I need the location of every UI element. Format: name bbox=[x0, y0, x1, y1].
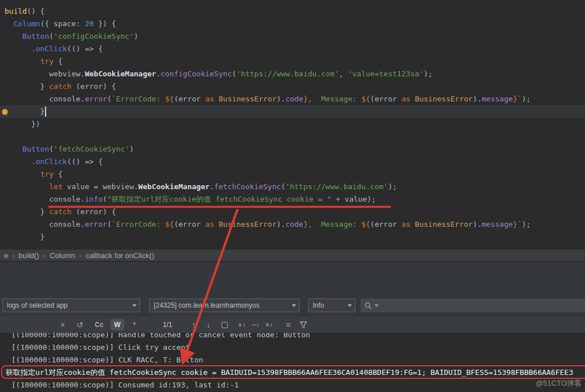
pin-filter-exclude-button[interactable]: ×1 bbox=[263, 319, 275, 330]
code-line: webview.WebCookieManager.configCookieSyn… bbox=[5, 68, 585, 80]
code-line: Button('configCookieSync') bbox=[5, 30, 585, 43]
code-line: .onClick(() => { bbox=[5, 156, 585, 168]
ide-window: build() { Column({ space: 20 }) { Button… bbox=[0, 0, 585, 392]
log-line: [(100000:100000:scope)] Click try accept bbox=[0, 341, 585, 354]
code-line: Button('fetchCookieSync') bbox=[5, 143, 585, 156]
code-line: } catch (error) { bbox=[5, 206, 585, 218]
code-line: .onClick(() => { bbox=[5, 43, 585, 55]
match-case-button[interactable]: Cc bbox=[92, 319, 106, 330]
breadcrumb: e›build()›Column›callback for onClick() bbox=[0, 249, 585, 262]
breadcrumb-separator: › bbox=[78, 251, 83, 260]
code-editor[interactable]: build() { Column({ space: 20 }) { Button… bbox=[0, 0, 585, 249]
log-level-filter-dropdown[interactable]: Info bbox=[308, 299, 355, 312]
whole-words-button[interactable]: W bbox=[111, 319, 124, 330]
log-line-highlighted: 获取指定url对应cookie的值 fetchCookieSync cookie… bbox=[0, 366, 585, 379]
watermark: @51CTO博客 bbox=[535, 378, 582, 389]
select-all-occurrences-button[interactable] bbox=[219, 319, 230, 330]
code-line: Column({ space: 20 }) { bbox=[5, 18, 585, 30]
pin-filter-add-button[interactable]: +1 bbox=[236, 319, 247, 330]
log-process-filter-dropdown[interactable]: [24325] com.learn.learnharmonyos bbox=[149, 299, 300, 312]
breadcrumb-separator: › bbox=[42, 251, 47, 260]
reset-icon[interactable]: ↺ bbox=[74, 319, 85, 330]
chevron-down-icon bbox=[129, 304, 140, 307]
log-line: [(100000:100000:scope)] CLK RACC, T: But… bbox=[0, 354, 585, 366]
code-line: } catch (error) { bbox=[5, 80, 585, 93]
text-caret bbox=[45, 107, 46, 117]
code-line: let value = webview.WebCookieManager.fet… bbox=[5, 181, 585, 193]
regex-button[interactable]: * bbox=[129, 319, 140, 330]
match-counter: 1/1 bbox=[161, 319, 174, 330]
breadcrumb-item[interactable]: callback for onClick() bbox=[83, 251, 157, 260]
code-line: } bbox=[5, 105, 585, 118]
columns-button[interactable]: ≡ bbox=[283, 319, 294, 330]
log-search-input[interactable] bbox=[381, 301, 581, 309]
pin-filter-remove-button[interactable]: −1 bbox=[249, 319, 261, 330]
code-line: console.error(`ErrorCode: ${(error as Bu… bbox=[5, 93, 585, 105]
search-icon bbox=[365, 302, 372, 309]
code-line bbox=[5, 130, 585, 143]
code-line: try { bbox=[5, 55, 585, 68]
chevron-down-icon bbox=[345, 304, 355, 307]
log-source-filter-dropdown[interactable]: logs of selected app bbox=[2, 299, 140, 312]
code-line: }) bbox=[5, 118, 585, 130]
code-area[interactable]: build() { Column({ space: 20 }) { Button… bbox=[5, 5, 585, 243]
chevron-down-icon bbox=[289, 304, 299, 307]
breakpoint-icon[interactable] bbox=[2, 109, 8, 115]
breadcrumb-separator: › bbox=[11, 251, 15, 260]
code-line: console.info("获取指定url对应cookie的值 fetchCoo… bbox=[5, 193, 585, 206]
breadcrumb-item[interactable]: Column bbox=[47, 251, 78, 260]
search-history-chevron-icon[interactable] bbox=[374, 304, 379, 307]
breadcrumb-item[interactable]: e bbox=[1, 251, 11, 260]
log-search-box[interactable] bbox=[361, 299, 585, 312]
previous-occurrence-button[interactable]: ↑ bbox=[188, 319, 199, 330]
log-source-filter-label: logs of selected app bbox=[3, 301, 129, 309]
code-line: console.error(`ErrorCode: ${(error as Bu… bbox=[5, 218, 585, 231]
log-line: [(100000:100000:scope)] Consumed id:193,… bbox=[0, 379, 585, 391]
log-level-filter-label: Info bbox=[309, 301, 345, 309]
log-search-toolbar: ×↺CcW*1/1↑↓+1−1×1≡ bbox=[0, 317, 585, 333]
code-line: build() { bbox=[5, 5, 585, 18]
close-icon[interactable]: × bbox=[57, 319, 68, 330]
code-line: } bbox=[5, 231, 585, 243]
next-occurrence-button[interactable]: ↓ bbox=[203, 319, 214, 330]
breadcrumb-item[interactable]: build() bbox=[16, 251, 42, 260]
filter-funnel-button[interactable] bbox=[297, 319, 309, 330]
code-line: try { bbox=[5, 168, 585, 181]
log-process-filter-label: [24325] com.learn.learnharmonyos bbox=[150, 301, 289, 309]
